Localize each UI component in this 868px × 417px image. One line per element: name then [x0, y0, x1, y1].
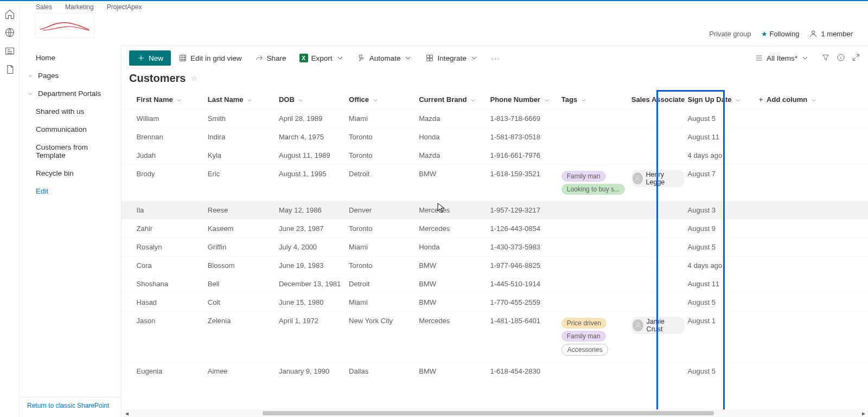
- cell-dob: June 19, 1983: [279, 256, 349, 275]
- column-header[interactable]: Current Brand: [419, 90, 490, 110]
- automate-button[interactable]: Automate: [352, 50, 418, 66]
- horizontal-scrollbar[interactable]: ◄ ►: [123, 409, 868, 417]
- favorite-star-icon[interactable]: ☆: [191, 74, 197, 82]
- cell-office: New York City: [349, 312, 419, 362]
- chevron-down-icon: [544, 97, 550, 104]
- app-rail: [0, 1, 20, 417]
- tab-sales[interactable]: Sales: [36, 3, 52, 11]
- cell-tags: [561, 362, 631, 381]
- chevron-down-icon: [470, 97, 476, 104]
- cell-phone: 1-916-661-7976: [490, 146, 561, 165]
- cell-associate: [631, 128, 688, 146]
- edit-grid-button[interactable]: Edit in grid view: [173, 50, 247, 66]
- tab-marketing[interactable]: Marketing: [65, 3, 94, 11]
- chevron-down-icon: [297, 97, 304, 104]
- cell-last-name: Smith: [208, 110, 279, 128]
- column-header[interactable]: DOB: [279, 90, 349, 110]
- table-row[interactable]: RosalynGriffinJuly 4, 2000MiamiHonda1-43…: [122, 238, 868, 256]
- nav-item-home[interactable]: Home: [20, 49, 121, 67]
- tab-projectapex[interactable]: ProjectApex: [107, 3, 142, 11]
- nav-edit[interactable]: Edit: [20, 182, 121, 200]
- customers-table: First Name Last Name DOB Office Current …: [122, 90, 868, 380]
- cell-tags: Family manLooking to buy s...: [561, 165, 631, 201]
- news-icon[interactable]: [4, 46, 15, 56]
- cell-associate: [631, 220, 688, 238]
- table-row[interactable]: CoraBlossomJune 19, 1983TorontoBMW1-977-…: [122, 256, 868, 275]
- members-button[interactable]: 1 member: [809, 29, 853, 38]
- table-row[interactable]: ShoshanaBellDecember 13, 1981DetroitBMW1…: [122, 275, 868, 293]
- column-header[interactable]: Sign Up Date: [688, 90, 759, 110]
- cell-office: Toronto: [349, 220, 419, 238]
- table-row[interactable]: BrennanIndiraMarch 4, 1975TorontoHonda1-…: [122, 128, 868, 146]
- private-group-label: Private group: [709, 30, 751, 38]
- more-button[interactable]: ···: [486, 51, 506, 66]
- cell-office: Toronto: [349, 146, 419, 165]
- expand-icon: [852, 53, 860, 62]
- cell-first-name: Brennan: [137, 128, 208, 146]
- chevron-down-icon: [336, 54, 344, 62]
- table-row[interactable]: WilliamSmithApril 28, 1989MiamiMazda1-81…: [122, 110, 868, 128]
- nav-item-shared-with-us[interactable]: Shared with us: [20, 102, 121, 120]
- cell-associate: [631, 201, 688, 220]
- list-icon: [755, 54, 763, 62]
- info-button[interactable]: [837, 53, 845, 63]
- expand-button[interactable]: [852, 53, 860, 63]
- nav-item-customers-from-template[interactable]: Customers from Template: [20, 138, 121, 164]
- tag-pill: Family man: [561, 171, 606, 182]
- flow-icon: [358, 54, 366, 62]
- share-button[interactable]: Share: [250, 50, 292, 66]
- nav-item-recycle-bin[interactable]: Recycle bin: [20, 164, 121, 182]
- table-row[interactable]: JudahKylaAugust 11, 1989TorontoMazda1-91…: [122, 146, 868, 165]
- filter-button[interactable]: [821, 53, 830, 63]
- scroll-right-icon[interactable]: ►: [859, 410, 868, 416]
- filter-icon: [821, 53, 830, 62]
- files-icon[interactable]: [4, 64, 15, 75]
- nav-item-department-portals[interactable]: Department Portals: [20, 85, 121, 102]
- cell-phone: 1-581-873-0518: [490, 128, 561, 146]
- column-header[interactable]: Phone Number: [490, 90, 561, 110]
- scroll-thumb[interactable]: [263, 411, 714, 415]
- cell-brand: Mercedes: [419, 312, 490, 362]
- home-icon[interactable]: [4, 9, 15, 20]
- return-classic-link[interactable]: Return to classic SharePoint: [20, 397, 121, 414]
- sales-associate-pill[interactable]: Henry Legge: [631, 170, 685, 187]
- following-button[interactable]: ★Following: [761, 30, 800, 38]
- cell-tags: [561, 128, 631, 146]
- column-header[interactable]: First Name: [137, 90, 208, 110]
- cell-brand: Honda: [419, 238, 490, 256]
- export-button[interactable]: X Export: [294, 50, 350, 66]
- table-row[interactable]: HasadColtJune 15, 1980MiamiBMW1-770-455-…: [122, 293, 868, 312]
- chevron-down-icon: [735, 97, 741, 104]
- avatar: [633, 172, 643, 184]
- table-row[interactable]: BrodyEricAugust 1, 1995DetroitBMW1-618-1…: [122, 165, 868, 201]
- site-logo[interactable]: [35, 13, 94, 38]
- cell-dob: December 13, 1981: [279, 275, 349, 293]
- column-header[interactable]: Office: [349, 90, 419, 110]
- cell-signup: August 1: [688, 312, 759, 362]
- tag-pill: Price driven: [561, 318, 607, 329]
- table-row[interactable]: ZahirKaseemJune 23, 1987TorontoMercedes1…: [122, 220, 868, 238]
- nav-item-communication[interactable]: Communication: [20, 120, 121, 138]
- column-header[interactable]: Last Name: [208, 90, 279, 110]
- new-button[interactable]: New: [129, 50, 171, 66]
- cell-associate: [631, 256, 688, 275]
- column-header[interactable]: Tags: [561, 90, 631, 110]
- cell-last-name: Colt: [208, 293, 279, 312]
- cell-signup: August 11: [688, 128, 759, 146]
- cell-brand: Mazda: [419, 110, 490, 128]
- cell-tags: [561, 201, 631, 220]
- cell-last-name: Zelenia: [208, 312, 279, 362]
- globe-icon[interactable]: [4, 27, 15, 38]
- sales-associate-pill[interactable]: Jamie Crust: [631, 317, 685, 334]
- table-row[interactable]: IlaReeseMay 12, 1986DenverMercedes1-957-…: [122, 201, 868, 220]
- add-column-button[interactable]: + Add column: [759, 90, 868, 110]
- column-header[interactable]: Sales Associate: [631, 90, 688, 110]
- nav-item-pages[interactable]: Pages: [20, 67, 121, 85]
- view-switcher[interactable]: All Items*: [749, 50, 815, 66]
- table-row[interactable]: EugeniaAimeeJanuary 9, 1990DallasBMW1-61…: [122, 362, 868, 381]
- table-row[interactable]: JasonZeleniaApril 1, 1972New York CityMe…: [122, 312, 868, 362]
- cell-dob: March 4, 1975: [279, 128, 349, 146]
- integrate-button[interactable]: Integrate: [420, 50, 483, 66]
- cell-signup: 4 days ago: [688, 256, 759, 275]
- scroll-left-icon[interactable]: ◄: [123, 410, 131, 416]
